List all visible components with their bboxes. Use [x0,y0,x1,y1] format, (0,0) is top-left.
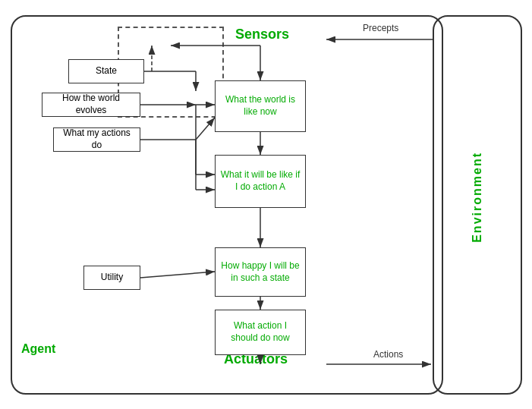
utility-box: Utility [83,266,140,290]
actions-label: Actions [373,349,403,361]
agent-label: Agent [21,341,55,357]
what-world-now-box: What the world is like now [215,80,306,132]
what-it-like-box: What it will be like if I do action A [215,155,306,208]
sensors-label: Sensors [235,26,289,43]
what-actions-do-box: What my actions do [53,127,140,152]
how-happy-box: How happy I will be in such a state [215,247,306,297]
precepts-label: Precepts [363,23,398,35]
what-action-box: What action I should do now [215,310,306,355]
how-world-evolves-box: How the world evolves [42,93,140,117]
diagram-container: Agent Environment Sensors Actuators Prec… [0,0,532,409]
environment-label: Environment [436,167,519,228]
state-box: State [68,59,144,83]
